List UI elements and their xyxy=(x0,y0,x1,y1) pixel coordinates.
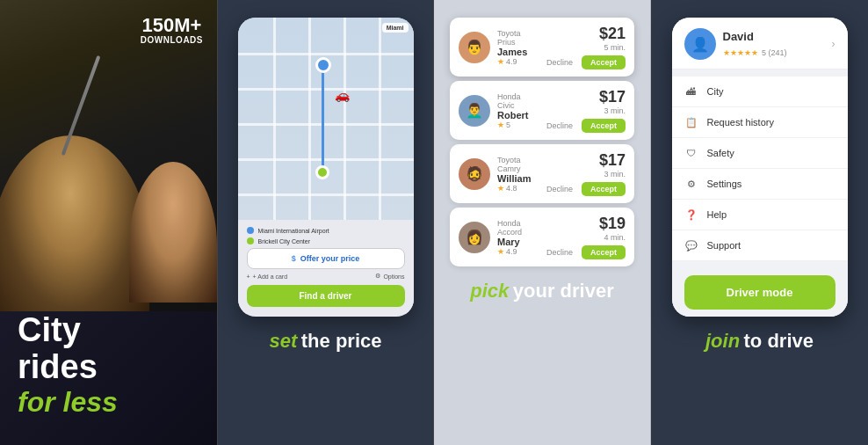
map-city-label: Miami xyxy=(382,23,409,33)
headline-line2: rides xyxy=(18,348,98,385)
driver-price: $17 xyxy=(543,151,626,170)
profile-info: David ★★★★★ 5 (241) xyxy=(723,30,787,59)
driver-time: 3 min. xyxy=(543,170,626,179)
menu-label: Request history xyxy=(707,117,774,128)
panel-join-drive: 👤 David ★★★★★ 5 (241) › 🏙 City 📋 Request… xyxy=(651,0,868,445)
driver-avatar: 🧔 xyxy=(459,158,490,190)
driver-mode-section: Driver mode xyxy=(672,261,848,317)
decline-button[interactable]: Decline xyxy=(543,182,576,196)
panel-hero: 150M+ DOWNLOADS City rides for less xyxy=(0,0,217,445)
support-icon: 💬 xyxy=(684,238,698,252)
menu-item-support[interactable]: 💬 Support xyxy=(672,230,848,261)
driver-card[interactable]: 🧔 Toyota Camry William ★ 4.8 $17 3 min. … xyxy=(450,144,634,203)
caption-italic: set xyxy=(270,330,298,352)
map-area: 🚗 Miami xyxy=(238,18,414,220)
driver-rating: ★ 5 xyxy=(497,120,536,129)
from-dot xyxy=(247,227,254,234)
driver-mode-button[interactable]: Driver mode xyxy=(684,275,835,310)
driver-price: $21 xyxy=(543,25,626,43)
driver-info: Honda Accord Mary ★ 4.9 xyxy=(497,219,536,256)
rating-value: 5 xyxy=(506,120,510,129)
map-grid xyxy=(238,18,414,220)
driver-info: Toyota Prius James ★ 4.9 xyxy=(497,29,536,66)
offer-price-label: Offer your price xyxy=(300,254,360,263)
headline-line1: City xyxy=(18,311,81,348)
driver-actions: Decline Accept xyxy=(543,245,626,259)
driver-actions: Decline Accept xyxy=(543,55,626,69)
menu-item-history[interactable]: 📋 Request history xyxy=(672,107,848,138)
map-road xyxy=(238,158,414,161)
accept-button[interactable]: Accept xyxy=(582,245,626,259)
location-from: Miami International Airport xyxy=(258,228,329,234)
map-pin-start xyxy=(315,57,331,73)
menu-item-safety[interactable]: 🛡 Safety xyxy=(672,138,848,169)
driver-car: Honda Accord xyxy=(497,219,536,237)
driver-rating: ★ 4.9 xyxy=(497,57,536,66)
driver-name: William xyxy=(497,173,536,184)
accept-button[interactable]: Accept xyxy=(582,182,626,196)
map-pin-end xyxy=(315,165,329,179)
hero-text: City rides for less xyxy=(18,312,118,419)
driver-car: Toyota Camry xyxy=(497,156,536,173)
user-reviews: 5 (241) xyxy=(762,48,787,57)
user-name: David xyxy=(723,30,787,43)
add-card-item[interactable]: + + Add a card xyxy=(247,273,288,280)
driver-info: Honda Civic Robert ★ 5 xyxy=(497,92,536,129)
driver-price-block: $17 3 min. Decline Accept xyxy=(543,88,626,133)
accept-button[interactable]: Accept xyxy=(582,119,626,133)
driver-car: Honda Civic xyxy=(497,92,536,110)
city-icon: 🏙 xyxy=(684,84,698,98)
driver-card[interactable]: 👨‍🦱 Honda Civic Robert ★ 5 $17 3 min. De… xyxy=(450,81,634,140)
driver-card[interactable]: 👨 Toyota Prius James ★ 4.9 $21 5 min. De… xyxy=(450,18,634,77)
menu-list: 🏙 City 📋 Request history 🛡 Safety ⚙ Sett… xyxy=(672,77,848,261)
panel4-caption: join to drive xyxy=(705,329,814,354)
settings-icon: ⚙ xyxy=(684,177,698,191)
map-road xyxy=(308,18,311,220)
location-to: Brickell City Center xyxy=(258,238,311,244)
accept-button[interactable]: Accept xyxy=(582,55,626,69)
driver-avatar: 👩 xyxy=(459,222,490,253)
plus-icon: + xyxy=(247,274,250,280)
phone-mockup-profile: 👤 David ★★★★★ 5 (241) › 🏙 City 📋 Request… xyxy=(672,18,848,317)
driver-price: $17 xyxy=(543,88,626,106)
find-driver-button[interactable]: Find a driver xyxy=(247,285,405,307)
driver-price-block: $17 3 min. Decline Accept xyxy=(543,151,626,196)
location-from-row: Miami International Airport xyxy=(247,227,405,234)
map-road xyxy=(238,193,414,196)
star-icon: ★ xyxy=(497,120,504,129)
downloads-number: 150M+ xyxy=(141,16,203,35)
menu-item-city[interactable]: 🏙 City xyxy=(672,77,848,107)
driver-price: $19 xyxy=(543,215,626,233)
menu-label: City xyxy=(707,86,724,97)
menu-label: Settings xyxy=(707,179,742,189)
rating-value: 4.9 xyxy=(506,57,517,66)
decline-button[interactable]: Decline xyxy=(543,119,576,133)
downloads-badge: 150M+ DOWNLOADS xyxy=(141,16,203,45)
offer-price-button[interactable]: $ Offer your price xyxy=(247,248,405,269)
driver-info: Toyota Camry William ★ 4.8 xyxy=(497,156,536,193)
add-card-label: + Add a card xyxy=(253,274,288,280)
driver-name: Robert xyxy=(497,110,536,120)
driver-card[interactable]: 👩 Honda Accord Mary ★ 4.9 $19 4 min. Dec… xyxy=(450,208,634,266)
caption-normal: the price xyxy=(301,330,382,352)
menu-item-help[interactable]: ❓ Help xyxy=(672,200,848,230)
menu-item-settings[interactable]: ⚙ Settings xyxy=(672,169,848,200)
decline-button[interactable]: Decline xyxy=(543,245,576,259)
driver-name: James xyxy=(497,47,536,57)
caption-italic: join xyxy=(705,330,740,352)
history-icon: 📋 xyxy=(684,115,698,129)
driver-car: Toyota Prius xyxy=(497,29,536,47)
driver-rating: ★ 4.8 xyxy=(497,184,536,193)
star-icon: ★ xyxy=(497,247,504,256)
profile-header: 👤 David ★★★★★ 5 (241) › xyxy=(672,18,848,69)
map-road xyxy=(238,88,414,91)
decline-button[interactable]: Decline xyxy=(543,55,576,69)
headline-accent: for less xyxy=(18,386,118,419)
drivers-list: 👨 Toyota Prius James ★ 4.9 $21 5 min. De… xyxy=(450,18,634,266)
caption-normal: your driver xyxy=(513,280,614,302)
driver-rating: ★ 4.9 xyxy=(497,247,536,256)
car-interior-image xyxy=(0,0,217,311)
star-icon: ★ xyxy=(497,57,504,66)
downloads-label: DOWNLOADS xyxy=(141,35,203,45)
options-item[interactable]: ⚙ Options xyxy=(375,273,404,280)
